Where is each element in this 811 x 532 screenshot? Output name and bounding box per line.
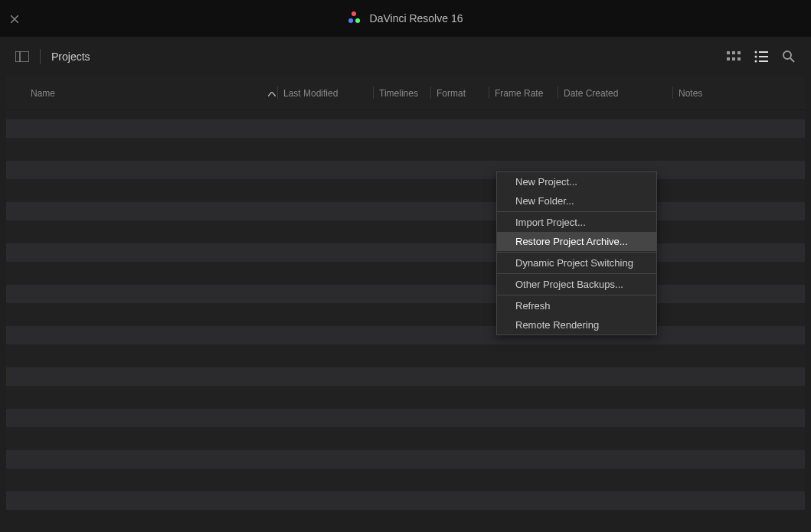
breadcrumb: Projects	[51, 51, 90, 63]
table-row[interactable]	[6, 119, 805, 138]
column-last-modified[interactable]: Last Modified	[283, 88, 379, 99]
menu-separator	[497, 211, 656, 212]
table-row[interactable]	[6, 326, 805, 344]
svg-point-16	[783, 51, 791, 59]
table-row[interactable]	[6, 491, 805, 510]
menu-dynamic-project-switching[interactable]: Dynamic Project Switching	[497, 253, 656, 273]
column-name-label: Name	[31, 88, 55, 99]
column-frame-rate[interactable]: Frame Rate	[495, 88, 564, 99]
column-timelines[interactable]: Timelines	[379, 88, 437, 99]
app-logo-icon	[348, 11, 362, 25]
svg-rect-15	[759, 60, 768, 62]
grid-view-icon[interactable]	[727, 50, 741, 64]
svg-rect-7	[727, 57, 730, 60]
menu-restore-project-archive[interactable]: Restore Project Archive...	[497, 232, 656, 251]
svg-rect-6	[737, 51, 741, 54]
toolbar: Projects	[6, 37, 805, 77]
titlebar: DaVinci Resolve 16	[0, 0, 811, 37]
svg-rect-9	[737, 57, 741, 60]
table-row[interactable]	[6, 450, 805, 468]
svg-rect-2	[15, 51, 29, 62]
toolbar-divider	[40, 49, 41, 64]
project-list	[6, 110, 805, 510]
context-menu: New Project... New Folder... Import Proj…	[496, 171, 657, 335]
content: Name Last Modified Timelines Format Fram…	[6, 77, 805, 510]
menu-new-folder[interactable]: New Folder...	[497, 191, 656, 211]
sort-ascending-icon	[268, 88, 276, 99]
svg-point-14	[755, 60, 757, 63]
column-notes[interactable]: Notes	[679, 88, 755, 99]
search-icon[interactable]	[782, 50, 796, 64]
column-date-created[interactable]: Date Created	[564, 88, 679, 99]
column-format[interactable]: Format	[437, 88, 495, 99]
table-row[interactable]	[6, 367, 805, 386]
svg-rect-13	[759, 56, 768, 57]
column-name[interactable]: Name	[31, 88, 283, 99]
table-row[interactable]	[6, 161, 805, 179]
menu-new-project[interactable]: New Project...	[497, 172, 656, 191]
svg-point-12	[755, 56, 757, 58]
svg-line-17	[790, 58, 794, 62]
sidebar-toggle-icon[interactable]	[15, 51, 29, 62]
menu-other-project-backups[interactable]: Other Project Backups...	[497, 275, 656, 294]
table-row[interactable]	[6, 202, 805, 220]
menu-import-project[interactable]: Import Project...	[497, 213, 656, 232]
table-row[interactable]	[6, 243, 805, 262]
table-row[interactable]	[6, 409, 805, 427]
table-row[interactable]	[6, 285, 805, 303]
list-view-icon[interactable]	[754, 50, 768, 64]
svg-rect-4	[727, 51, 730, 54]
svg-point-10	[755, 51, 757, 54]
svg-rect-11	[759, 51, 768, 53]
menu-remote-rendering[interactable]: Remote Rendering	[497, 315, 656, 335]
close-icon[interactable]	[11, 15, 18, 23]
menu-refresh[interactable]: Refresh	[497, 296, 656, 315]
svg-rect-8	[732, 57, 735, 60]
menu-separator	[497, 295, 656, 295]
columns-header: Name Last Modified Timelines Format Fram…	[6, 77, 805, 110]
svg-rect-5	[732, 51, 735, 54]
menu-separator	[497, 252, 656, 253]
app-title: DaVinci Resolve 16	[370, 12, 463, 24]
menu-separator	[497, 273, 656, 274]
